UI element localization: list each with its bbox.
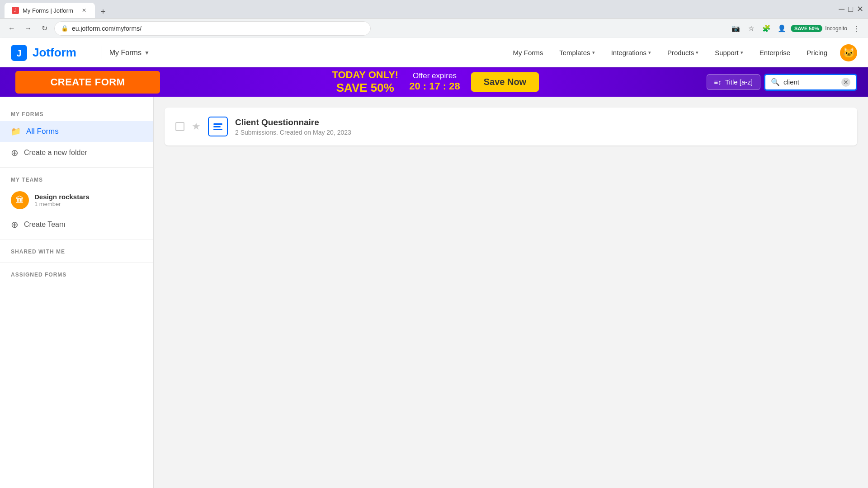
logo-area: J Jotform <box>11 45 76 61</box>
assigned-section-label: ASSIGNED FORMS <box>0 266 153 282</box>
form-star[interactable]: ★ <box>192 121 201 132</box>
back-button[interactable]: ← <box>5 22 18 35</box>
sidebar-divider-2 <box>0 239 153 239</box>
minimize-button[interactable]: ─ <box>839 5 844 14</box>
nav-templates[interactable]: Templates ▾ <box>552 45 602 60</box>
sort-label: Title [a-z] <box>725 78 753 86</box>
browser-tab[interactable]: J My Forms | Jotform ✕ <box>5 3 95 18</box>
reload-button[interactable]: ↻ <box>38 22 51 35</box>
sidebar-divider-3 <box>0 262 153 263</box>
form-meta: 2 Submissions. Created on May 20, 2023 <box>235 129 351 136</box>
menu-button[interactable]: ⋮ <box>850 22 863 35</box>
my-teams-section-label: MY TEAMS <box>0 171 153 187</box>
search-input[interactable] <box>783 78 838 86</box>
new-tab-button[interactable]: + <box>97 5 109 18</box>
promo-today-label: TODAY ONLY! <box>332 69 398 81</box>
support-chevron: ▾ <box>741 50 743 56</box>
promo-offer-area: Offer expires 20 : 17 : 28 <box>409 71 460 92</box>
nav-enterprise[interactable]: Enterprise <box>752 45 797 60</box>
create-team-plus-icon: ⊕ <box>11 219 19 230</box>
all-forms-label: All Forms <box>26 127 59 136</box>
sidebar-create-folder[interactable]: ⊕ Create a new folder <box>0 142 153 164</box>
nav-support[interactable]: Support ▾ <box>708 45 750 60</box>
form-checkbox[interactable] <box>175 122 184 131</box>
folder-icon: 📁 <box>11 127 21 136</box>
sidebar: MY FORMS 📁 All Forms ⊕ Create a new fold… <box>0 97 154 488</box>
tab-close-button[interactable]: ✕ <box>80 7 88 14</box>
screenshot-icon[interactable]: 📷 <box>729 22 742 35</box>
user-avatar[interactable]: 🐱 <box>840 44 857 61</box>
profile-icon[interactable]: 👤 <box>775 22 788 35</box>
form-icon <box>208 117 228 136</box>
integrations-chevron: ▾ <box>648 50 651 56</box>
promo-text: TODAY ONLY! SAVE 50% <box>332 69 398 95</box>
products-chevron: ▾ <box>696 50 698 56</box>
extensions-icon[interactable]: 🧩 <box>760 22 773 35</box>
nav-divider <box>102 46 102 60</box>
tab-favicon: J <box>12 7 19 14</box>
form-title: Client Questionnaire <box>235 117 351 127</box>
lock-icon: 🔒 <box>61 25 68 32</box>
sort-button[interactable]: ≡↕ Title [a-z] <box>707 74 760 90</box>
nav-links: My Forms Templates ▾ Integrations ▾ Prod… <box>506 45 835 60</box>
create-team-label: Create Team <box>24 221 65 229</box>
my-forms-section-label: MY FORMS <box>0 106 153 121</box>
team-item-design-rockstars[interactable]: 🏛 Design rockstars 1 member <box>0 187 153 214</box>
promo-save-label: SAVE 50% <box>332 81 398 95</box>
logo-text: Jotform <box>33 46 76 60</box>
tab-title: My Forms | Jotform <box>23 7 73 14</box>
form-details: Client Questionnaire 2 Submissions. Crea… <box>235 117 351 136</box>
plus-icon: ⊕ <box>11 147 19 158</box>
team-info: Design rockstars 1 member <box>34 193 90 207</box>
form-icon-line-2 <box>213 126 221 127</box>
team-name: Design rockstars <box>34 193 90 201</box>
avatar-emoji: 🐱 <box>843 47 855 59</box>
form-item: ★ Client Questionnaire 2 Submissions. Cr… <box>165 108 857 145</box>
promo-right: ≡↕ Title [a-z] 🔍 ✕ <box>707 74 857 91</box>
search-icon: 🔍 <box>771 78 780 86</box>
nav-integrations[interactable]: Integrations ▾ <box>604 45 658 60</box>
team-avatar: 🏛 <box>11 191 29 209</box>
templates-chevron: ▾ <box>592 50 595 56</box>
create-form-button[interactable]: CREATE FORM <box>15 71 160 94</box>
shared-section-label: SHARED WITH ME <box>0 243 153 258</box>
sort-icon: ≡↕ <box>714 78 722 86</box>
promo-banner: CREATE FORM TODAY ONLY! SAVE 50% Offer e… <box>0 67 868 97</box>
promo-left: CREATE FORM <box>11 71 165 94</box>
promo-offer-text: Offer expires <box>409 71 460 80</box>
top-navigation: J Jotform My Forms ▼ My Forms Templates … <box>0 38 868 67</box>
nav-my-forms[interactable]: My Forms <box>506 45 551 60</box>
search-clear-button[interactable]: ✕ <box>841 78 850 87</box>
main-content: MY FORMS 📁 All Forms ⊕ Create a new fold… <box>0 97 868 488</box>
nav-products[interactable]: Products ▾ <box>660 45 706 60</box>
promo-center: TODAY ONLY! SAVE 50% Offer expires 20 : … <box>165 69 707 95</box>
forward-button[interactable]: → <box>22 22 34 35</box>
address-bar[interactable]: 🔒 eu.jotform.com/myforms/ <box>54 21 371 36</box>
form-icon-line-3 <box>213 129 222 130</box>
content-area: ★ Client Questionnaire 2 Submissions. Cr… <box>154 97 868 488</box>
my-forms-dropdown-icon: ▼ <box>144 50 150 56</box>
form-icon-line-1 <box>213 123 222 125</box>
nav-pricing[interactable]: Pricing <box>799 45 835 60</box>
sidebar-all-forms[interactable]: 📁 All Forms <box>0 121 153 142</box>
incognito-label: Incognito <box>825 25 847 32</box>
svg-text:J: J <box>16 48 21 58</box>
form-icon-lines <box>213 123 222 130</box>
create-folder-label: Create a new folder <box>24 149 87 157</box>
address-text: eu.jotform.com/myforms/ <box>72 25 142 32</box>
my-forms-nav-button[interactable]: My Forms ▼ <box>109 49 150 57</box>
maximize-button[interactable]: □ <box>848 5 853 14</box>
sidebar-divider-1 <box>0 167 153 168</box>
team-members: 1 member <box>34 201 90 207</box>
save-now-button[interactable]: Save Now <box>471 72 539 92</box>
jotform-logo-icon: J <box>11 45 27 61</box>
sidebar-create-team[interactable]: ⊕ Create Team <box>0 214 153 235</box>
bookmark-icon[interactable]: ☆ <box>745 22 757 35</box>
promo-timer: 20 : 17 : 28 <box>409 80 460 92</box>
close-window-button[interactable]: ✕ <box>857 4 863 14</box>
search-box: 🔍 ✕ <box>764 74 857 91</box>
save-50-badge: SAVE 50% <box>791 25 822 32</box>
